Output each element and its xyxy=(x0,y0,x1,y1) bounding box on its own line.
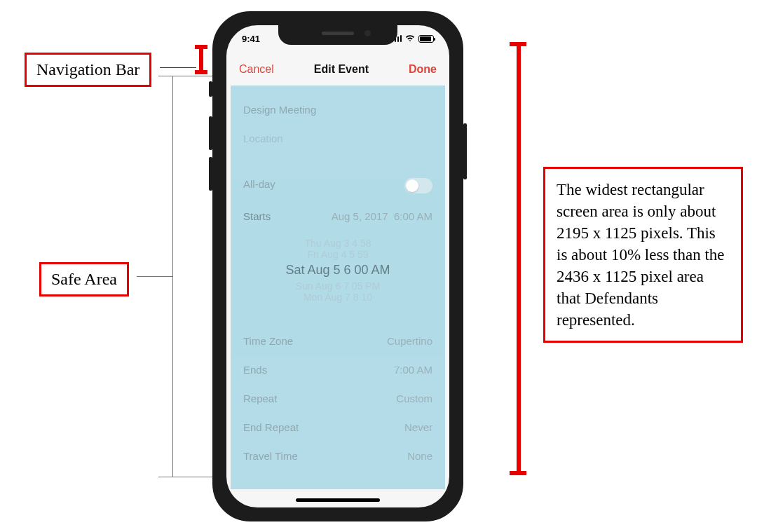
annotation-safe-area: Safe Area xyxy=(39,262,129,296)
front-camera xyxy=(364,30,371,36)
annotation-pixel-text: The widest rectangular screen area is on… xyxy=(543,167,743,343)
time-zone-label: Time Zone xyxy=(243,335,293,347)
all-day-toggle[interactable] xyxy=(404,178,432,193)
starts-label: Starts xyxy=(243,210,271,222)
time-zone-row[interactable]: Time Zone Cupertino xyxy=(243,327,432,355)
repeat-label: Repeat xyxy=(243,393,277,404)
ends-label: Ends xyxy=(243,364,267,376)
all-day-row[interactable]: All-day xyxy=(243,170,432,202)
safe-area-overlay: Design Meeting Location All-day Starts A… xyxy=(231,86,445,489)
end-repeat-value: Never xyxy=(404,421,432,433)
travel-time-value: None xyxy=(407,450,432,462)
leader-line xyxy=(160,67,196,68)
repeat-row[interactable]: Repeat Custom xyxy=(243,384,432,413)
leader-line xyxy=(158,477,217,477)
starts-row[interactable]: Starts Aug 5, 2017 6:00 AM xyxy=(243,202,432,231)
battery-icon xyxy=(418,35,434,43)
wifi-icon xyxy=(405,35,415,42)
travel-time-row[interactable]: Travel Time None xyxy=(243,442,432,470)
ends-value: 7:00 AM xyxy=(394,364,432,376)
repeat-value: Custom xyxy=(396,393,432,404)
ends-row[interactable]: Ends 7:00 AM xyxy=(243,355,432,384)
done-button[interactable]: Done xyxy=(409,63,437,76)
phone-frame: 9:41 Cancel Edit Event Done Design Meeti… xyxy=(212,11,463,521)
iphone-x-mockup: 9:41 Cancel Edit Event Done Design Meeti… xyxy=(212,11,463,521)
annotation-navigation-bar: Navigation Bar xyxy=(25,53,151,87)
status-time: 9:41 xyxy=(242,34,260,44)
event-location-field[interactable]: Location xyxy=(243,124,432,153)
event-title-field[interactable]: Design Meeting xyxy=(243,95,432,124)
end-repeat-label: End Repeat xyxy=(243,421,299,433)
nav-title: Edit Event xyxy=(314,63,369,76)
end-repeat-row[interactable]: End Repeat Never xyxy=(243,413,432,442)
leader-line xyxy=(137,276,173,277)
speaker-grille xyxy=(322,32,354,35)
time-zone-value: Cupertino xyxy=(387,335,432,347)
power-button xyxy=(463,123,467,179)
leader-line xyxy=(158,76,217,76)
cancel-button[interactable]: Cancel xyxy=(239,63,274,76)
home-indicator[interactable] xyxy=(296,498,380,502)
all-day-label: All-day xyxy=(243,178,275,193)
phone-screen: 9:41 Cancel Edit Event Done Design Meeti… xyxy=(226,25,449,507)
date-time-picker[interactable]: Thu Aug 3 4 58 Fri Aug 4 5 59 Sat Aug 5 … xyxy=(243,231,432,310)
navigation-bar: Cancel Edit Event Done xyxy=(226,55,449,84)
notch xyxy=(278,25,397,45)
travel-time-label: Travel Time xyxy=(243,450,298,462)
